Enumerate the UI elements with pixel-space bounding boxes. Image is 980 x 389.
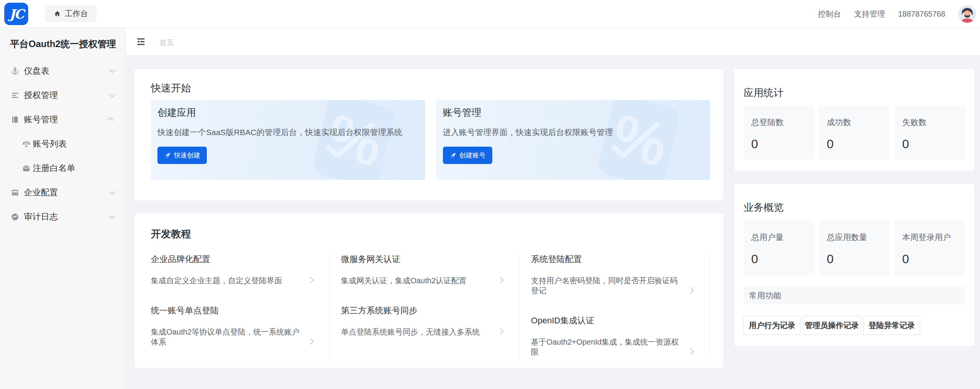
tutorials-grid: 企业品牌化配置 集成自定义企业主题，自定义登陆界面 统一账号单点登陆 集成Oau… (151, 254, 710, 357)
sidebar-item-label: 企业配置 (24, 187, 109, 198)
console-link[interactable]: 控制台 (818, 9, 841, 19)
tutorial-item-gateway[interactable]: 微服务网关认证 集成网关认证，集成Oauth2认证配置 (341, 254, 503, 286)
stat-value: 0 (751, 252, 814, 266)
stat-total-logins: 总登陆数 0 (743, 105, 814, 160)
tutorial-item-login-config[interactable]: 系统登陆配置 支持用户名密码登陆，同时是否开启验证码登记 (531, 254, 693, 296)
tutorials-column-1: 企业品牌化配置 集成自定义企业主题，自定义登陆界面 统一账号单点登陆 集成Oau… (151, 254, 329, 357)
tutorial-title: 企业品牌化配置 (151, 254, 301, 265)
tutorials-title: 开发教程 (151, 227, 191, 241)
common-functions-bar: 常用功能 (743, 287, 965, 304)
stat-total-apps: 总应用数量 0 (819, 220, 890, 275)
chevron-right-icon (497, 328, 504, 335)
sidebar-item-register-whitelist[interactable]: 注册白名单 (0, 156, 125, 180)
app-stats-title: 应用统计 (743, 86, 784, 100)
stat-value: 0 (902, 137, 965, 151)
bus-icon (11, 188, 19, 197)
stat-label: 总登陆数 (751, 117, 814, 128)
stat-label: 总应用数量 (827, 232, 890, 243)
tutorial-desc: 集成Oauth2等协议单点登陆，统一系统账户体系 (151, 327, 301, 347)
sidebar-item-label: 账号管理 (24, 114, 109, 125)
sidebar-item-label: 账号列表 (33, 138, 113, 150)
stat-label: 失败数 (902, 117, 965, 128)
tutorial-desc: 单点登陆系统账号同步，无缝接入多系统 (341, 327, 492, 337)
menu-fold-icon[interactable] (136, 37, 146, 47)
sidebar-item-label: 注册白名单 (33, 162, 113, 174)
create-app-subcard: % 创建应用 快速创建一个SaaS版RBAC的管理后台，快速实现后台权限管理系统… (151, 100, 425, 180)
quick-create-button[interactable]: 快速创建 (157, 147, 207, 164)
workbench-label: 工作台 (65, 8, 88, 19)
sidebar-item-label: 审计日志 (24, 211, 109, 223)
stat-fail-count: 失败数 0 (894, 105, 965, 160)
tutorials-column-2: 微服务网关认证 集成网关认证，集成Oauth2认证配置 第三方系统账号同步 单点… (329, 254, 520, 357)
common-functions-label: 常用功能 (749, 290, 781, 301)
create-account-button[interactable]: 创建账号 (443, 147, 492, 164)
user-behavior-log-button[interactable]: 用户行为记录 (743, 316, 801, 335)
chevron-right-icon (688, 287, 694, 294)
tutorial-desc: 基于Oauth2+OpenId集成，集成统一资源权限 (531, 337, 681, 357)
stat-label: 成功数 (827, 117, 890, 128)
tutorials-card: 开发教程 企业品牌化配置 集成自定义企业主题，自定义登陆界面 统一账号单点登陆 … (134, 213, 724, 368)
stat-value: 0 (902, 252, 965, 266)
header-right-group: 控制台 支持管理 18878765768 (818, 0, 976, 28)
tutorial-item-sso[interactable]: 统一账号单点登陆 集成Oauth2等协议单点登陆，统一系统账户体系 (151, 305, 313, 347)
workbench-button[interactable]: 工作台 (45, 5, 96, 22)
sidebar-item-label: 授权管理 (24, 90, 109, 101)
tutorial-title: 系统登陆配置 (531, 254, 681, 265)
stat-label: 本周登录用户 (902, 232, 965, 243)
business-overview-title: 业务概览 (743, 201, 784, 214)
admin-operation-log-button[interactable]: 管理员操作记录 (803, 316, 860, 335)
tutorial-item-branding[interactable]: 企业品牌化配置 集成自定义企业主题，自定义登陆界面 (151, 254, 313, 286)
login-exception-log-button[interactable]: 登陆异常记录 (863, 316, 920, 335)
sidebar-item-account-list[interactable]: 账号列表 (0, 132, 125, 156)
chevron-down-icon (109, 67, 115, 73)
stat-week-login-users: 本周登录用户 0 (894, 220, 965, 275)
quick-start-card: 快速开始 % 创建应用 快速创建一个SaaS版RBAC的管理后台，快速实现后台权… (134, 69, 724, 201)
chevron-right-icon (688, 348, 694, 355)
support-link[interactable]: 支持管理 (854, 9, 885, 19)
brand-logo[interactable]: JC (4, 3, 28, 25)
anchor-icon (11, 67, 19, 75)
align-lines-icon (11, 91, 19, 100)
stat-value: 0 (827, 137, 890, 151)
sidebar-menu: 仪盘表 授权管理 账号管理 账号列表 (0, 59, 125, 229)
stat-total-users: 总用户量 0 (743, 220, 814, 275)
tutorial-title: 第三方系统账号同步 (341, 305, 492, 316)
tutorial-title: 统一账号单点登陆 (151, 305, 301, 316)
business-overview-card: 业务概览 总用户量 0 总应用数量 0 本周登录用户 0 常用功能 用户行为记录… (734, 183, 975, 347)
stat-value: 0 (751, 137, 814, 151)
tutorial-title: 微服务网关认证 (341, 254, 492, 265)
app-stats-card: 应用统计 总登陆数 0 成功数 0 失败数 0 (734, 69, 975, 171)
phone-number: 18878765768 (898, 10, 945, 19)
audit-icon (11, 213, 19, 221)
sidebar-item-authorization[interactable]: 授权管理 (0, 83, 125, 107)
tutorial-desc: 集成自定义企业主题，自定义登陆界面 (151, 276, 301, 286)
app-stats-row: 总登陆数 0 成功数 0 失败数 0 (743, 105, 965, 160)
quick-start-title: 快速开始 (151, 81, 191, 95)
rocket-icon (164, 152, 171, 159)
tutorials-column-3: 系统登陆配置 支持用户名密码登陆，同时是否开启验证码登记 OpenID集成认证 … (519, 254, 710, 357)
create-app-title: 创建应用 (157, 106, 425, 119)
quick-start-row: % 创建应用 快速创建一个SaaS版RBAC的管理后台，快速实现后台权限管理系统… (151, 100, 710, 180)
chevron-right-icon (307, 277, 314, 284)
breadcrumb[interactable]: 首页 (159, 38, 174, 48)
chevron-down-icon (109, 213, 115, 219)
sidebar-item-dashboard[interactable]: 仪盘表 (0, 59, 125, 83)
create-account-label: 创建账号 (460, 151, 486, 160)
home-icon (54, 10, 61, 17)
rocket-icon (449, 152, 456, 159)
user-avatar[interactable] (958, 5, 976, 23)
sidebar-item-enterprise-config[interactable]: 企业配置 (0, 180, 125, 205)
top-header: JC 工作台 控制台 支持管理 18878765768 (0, 0, 980, 28)
breadcrumb-bar: 首页 (126, 28, 980, 56)
mail-icon (22, 164, 30, 173)
tutorial-item-openid[interactable]: OpenID集成认证 基于Oauth2+OpenId集成，集成统一资源权限 (531, 315, 693, 357)
book-icon (11, 115, 19, 124)
sidebar-item-accounts[interactable]: 账号管理 (0, 107, 125, 132)
sidebar-item-audit-log[interactable]: 审计日志 (0, 205, 125, 229)
brand-logo-text: JC (9, 7, 23, 22)
account-manage-desc: 进入账号管理界面，快速实现后台权限账号管理 (443, 127, 711, 138)
tutorial-item-account-sync[interactable]: 第三方系统账号同步 单点登陆系统账号同步，无缝接入多系统 (341, 305, 503, 337)
business-stats-row: 总用户量 0 总应用数量 0 本周登录用户 0 (743, 220, 965, 275)
tutorial-desc: 集成网关认证，集成Oauth2认证配置 (341, 276, 492, 286)
sidebar: 平台Oauth2统一授权管理 仪盘表 授权管理 账号管理 (0, 28, 126, 389)
